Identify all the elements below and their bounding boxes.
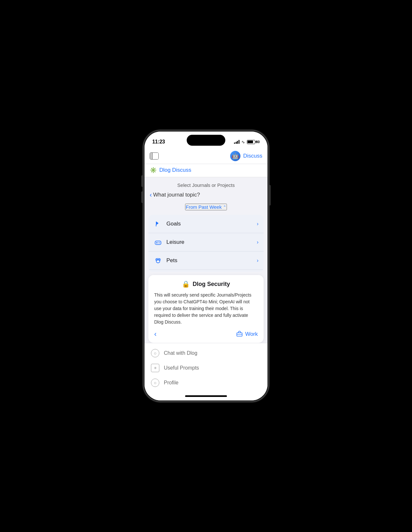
- security-body-text: This will securely send specific Journal…: [154, 292, 258, 326]
- nav-right-area: 🤖 Discuss: [230, 151, 262, 161]
- journal-item-wellness[interactable]: Wellness ›: [148, 270, 264, 272]
- status-right: ∿ 80: [234, 140, 260, 144]
- goals-chevron-icon: ›: [257, 221, 258, 227]
- dlog-icon: ✳️: [150, 167, 157, 174]
- prompts-label: Useful Prompts: [164, 365, 199, 371]
- security-actions: ‹ Work: [154, 330, 258, 338]
- security-back-button[interactable]: ‹: [154, 330, 156, 338]
- leisure-icon: [154, 238, 163, 247]
- bottom-nav-prompts[interactable]: ✳ Useful Prompts: [145, 361, 267, 375]
- security-work-icon: [236, 330, 243, 338]
- signal-icon: [234, 140, 239, 144]
- profile-label: Profile: [164, 380, 178, 386]
- pets-icon: [154, 256, 163, 265]
- svg-point-5: [158, 243, 159, 243]
- battery-percent: 80: [256, 140, 260, 144]
- svg-point-9: [156, 258, 158, 260]
- leisure-chevron-icon: ›: [257, 239, 258, 245]
- bottom-nav-chat[interactable]: ○ Chat with Dlog: [145, 346, 267, 361]
- nav-bar: 🤖 Discuss: [145, 148, 267, 164]
- nav-title[interactable]: Discuss: [243, 153, 262, 159]
- security-title-text: Dlog Security: [192, 281, 230, 288]
- chat-label: Chat with Dlog: [164, 350, 197, 356]
- back-label: What journal topic?: [153, 192, 200, 198]
- svg-point-2: [159, 242, 160, 243]
- bottom-nav-profile[interactable]: ○ Profile: [145, 375, 267, 390]
- svg-point-4: [159, 243, 160, 243]
- main-content: Select Journals or Projects ‹ What journ…: [145, 177, 267, 343]
- status-time: 11:23: [152, 139, 165, 145]
- filter-label: From Past Week: [186, 204, 221, 210]
- security-modal: 🔒 Dlog Security This will securely send …: [148, 275, 264, 343]
- lock-icon: 🔒: [182, 280, 190, 288]
- wifi-icon: ∿: [241, 140, 245, 144]
- dynamic-island: [187, 135, 225, 146]
- prompts-icon: ✳: [151, 364, 159, 372]
- power-button: [269, 185, 271, 206]
- leisure-label: Leisure: [166, 239, 257, 245]
- security-work-button[interactable]: Work: [236, 330, 258, 338]
- app-title: Dlog Discuss: [159, 167, 191, 173]
- journal-item-goals[interactable]: Goals ›: [148, 215, 264, 233]
- home-bar: [185, 395, 227, 397]
- app-title-bar: ✳️ Dlog Discuss: [145, 164, 267, 177]
- section-header: Select Journals or Projects: [145, 177, 267, 190]
- phone-frame: 11:23 ● ∿ 80 🤖: [143, 130, 269, 402]
- home-indicator: [145, 391, 267, 400]
- svg-point-10: [158, 258, 160, 260]
- profile-icon: ○: [151, 379, 159, 387]
- volume-down-button: [141, 191, 143, 203]
- bottom-nav: ○ Chat with Dlog ✳ Useful Prompts ○ Prof…: [145, 343, 267, 391]
- back-chevron-icon[interactable]: ‹: [150, 191, 152, 198]
- phone-screen: 11:23 ● ∿ 80 🤖: [145, 132, 267, 400]
- goals-icon: [154, 219, 163, 228]
- journal-item-pets[interactable]: Pets ›: [148, 252, 264, 270]
- security-title: 🔒 Dlog Security: [154, 280, 258, 288]
- filter-row: From Past Week ⌃: [145, 202, 267, 215]
- discuss-avatar[interactable]: 🤖: [230, 151, 240, 161]
- security-work-label: Work: [245, 331, 258, 337]
- volume-up-button: [141, 175, 143, 187]
- pets-label: Pets: [166, 257, 257, 264]
- goals-label: Goals: [166, 221, 257, 227]
- svg-point-3: [160, 243, 160, 243]
- filter-chevron-icon: ⌃: [223, 205, 226, 209]
- journal-item-leisure[interactable]: Leisure ›: [148, 233, 264, 252]
- pets-chevron-icon: ›: [257, 258, 258, 263]
- back-row: ‹ What journal topic?: [145, 190, 267, 202]
- filter-button[interactable]: From Past Week ⌃: [185, 204, 227, 210]
- battery-icon: 80: [247, 140, 260, 144]
- chat-icon: ○: [151, 349, 159, 357]
- journal-list: Goals › Leisure: [148, 215, 264, 272]
- sidebar-toggle-button[interactable]: [150, 152, 159, 160]
